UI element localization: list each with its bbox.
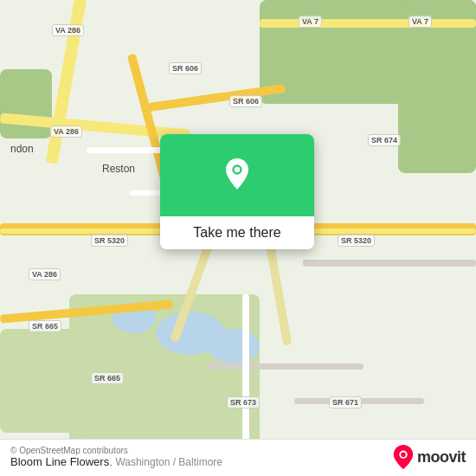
place-ndon: ndon — [10, 143, 34, 155]
label-sr665-mid: SR 665 — [91, 372, 124, 384]
road-local-6 — [242, 294, 249, 450]
moovit-text: moovit — [417, 448, 466, 466]
green-area-nw — [0, 69, 52, 138]
label-va286-bot: VA 286 — [29, 268, 61, 280]
map-container: VA 286 VA 7 SR 606 SR 606 SR 674 VA 286 … — [0, 0, 476, 476]
label-sr606-top: SR 606 — [169, 62, 202, 74]
moovit-logo: moovit — [393, 445, 466, 469]
label-sr606-mid: SR 606 — [229, 95, 262, 107]
label-sr674: SR 674 — [368, 134, 401, 146]
take-me-there-button[interactable]: Take me there — [160, 216, 314, 249]
label-sr5320-right: SR 5320 — [338, 235, 375, 247]
location-name: Bloom Line Flowers, Washington / Baltimo… — [10, 455, 222, 468]
place-reston: Reston — [102, 163, 135, 175]
location-pin-icon — [218, 158, 256, 196]
label-sr665-left: SR 665 — [29, 320, 61, 332]
svg-point-1 — [235, 166, 241, 172]
label-va286-mid: VA 286 — [50, 125, 82, 138]
label-sr673: SR 673 — [227, 396, 260, 408]
popup-green-header — [160, 134, 314, 216]
svg-point-3 — [401, 452, 406, 457]
popup-card: Take me there — [160, 134, 314, 249]
green-area-sw — [0, 329, 87, 433]
label-sr5320-left: SR 5320 — [91, 235, 128, 247]
label-va286-top: VA 286 — [52, 24, 84, 36]
bottom-info: © OpenStreetMap contributors Bloom Line … — [10, 446, 222, 468]
moovit-pin-icon — [393, 445, 414, 469]
road-local-3 — [303, 260, 476, 267]
label-va7-bot: VA 7 — [408, 16, 432, 28]
label-sr671: SR 671 — [329, 396, 362, 408]
label-va7-top: VA 7 — [299, 16, 322, 28]
bottom-bar: © OpenStreetMap contributors Bloom Line … — [0, 439, 476, 476]
water-2 — [208, 329, 260, 363]
osm-credit: © OpenStreetMap contributors — [10, 446, 222, 455]
road-local-4 — [208, 363, 363, 370]
road-va7 — [260, 19, 476, 28]
